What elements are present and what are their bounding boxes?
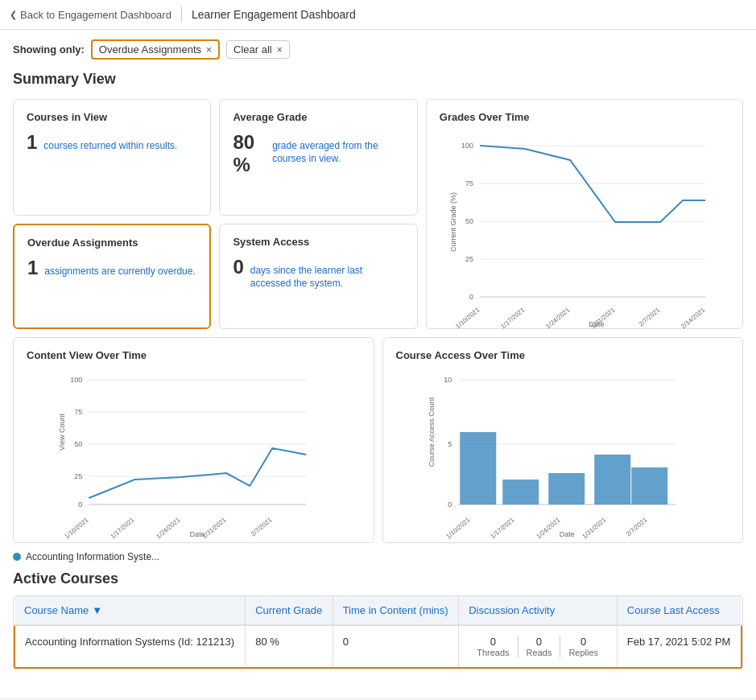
svg-text:1/10/2021: 1/10/2021 <box>63 516 89 540</box>
col-current-grade: Current Grade <box>246 596 333 625</box>
svg-text:View Count: View Count <box>58 414 66 451</box>
average-grade-value-row: 80 % grade averaged from the courses in … <box>233 131 403 176</box>
svg-text:1/17/2021: 1/17/2021 <box>109 516 135 540</box>
svg-text:100: 100 <box>70 376 82 384</box>
svg-text:Date: Date <box>190 530 205 538</box>
clear-all-button[interactable]: Clear all × <box>226 40 290 59</box>
svg-text:50: 50 <box>74 440 82 448</box>
svg-rect-45 <box>460 432 496 504</box>
disc-threads: 0 Threads <box>469 636 518 657</box>
summary-view-title: Summary View <box>13 71 743 88</box>
svg-text:Date: Date <box>559 530 574 538</box>
disc-threads-num: 0 <box>490 636 496 648</box>
svg-text:1/24/2021: 1/24/2021 <box>535 516 561 540</box>
disc-threads-label: Threads <box>477 648 509 657</box>
sort-arrow-icon: ▼ <box>92 604 102 616</box>
system-access-value-row: 0 days since the learner last accessed t… <box>233 256 403 290</box>
legend-label: Accounting Information Syste... <box>26 551 159 562</box>
cell-current-grade: 80 % <box>246 625 333 668</box>
filter-tag-close-icon[interactable]: × <box>206 44 212 56</box>
svg-text:25: 25 <box>74 472 82 480</box>
svg-text:75: 75 <box>465 179 473 187</box>
page-title: Learner Engagement Dashboard <box>192 8 356 21</box>
overdue-assignments-title: Overdue Assignments <box>27 237 196 249</box>
discussion-cell: 0 Threads 0 Reads 0 Replies <box>469 636 607 657</box>
bottom-charts: Content View Over Time View Count 100 75… <box>13 337 743 543</box>
legend-dot <box>13 553 21 561</box>
svg-rect-48 <box>594 455 630 504</box>
svg-text:100: 100 <box>461 142 473 150</box>
svg-text:Course Access Count: Course Access Count <box>428 397 436 467</box>
grades-over-time-chart: Current Grade (%) 100 75 50 25 0 1/ <box>440 130 729 315</box>
chart-legend: Accounting Information Syste... <box>13 551 743 562</box>
top-navigation: Back to Engagement Dashboard Learner Eng… <box>0 0 756 30</box>
disc-replies-label: Replies <box>568 648 598 657</box>
svg-text:5: 5 <box>448 440 452 448</box>
course-access-title: Course Access Over Time <box>396 349 730 361</box>
cell-last-access: Feb 17, 2021 5:02 PM <box>617 625 742 668</box>
svg-text:Date: Date <box>589 320 604 328</box>
cell-discussion-activity: 0 Threads 0 Reads 0 Replies <box>459 625 618 668</box>
svg-text:Current Grade (%): Current Grade (%) <box>449 192 457 252</box>
svg-text:25: 25 <box>465 255 473 263</box>
svg-rect-49 <box>631 467 667 504</box>
svg-text:1/17/2021: 1/17/2021 <box>489 516 515 540</box>
svg-text:1/17/2021: 1/17/2021 <box>499 306 526 330</box>
clear-all-label: Clear all <box>233 43 272 56</box>
average-grade-card: Average Grade 80 % grade averaged from t… <box>219 99 417 216</box>
svg-rect-46 <box>502 480 539 504</box>
col-course-last-access: Course Last Access <box>617 596 742 625</box>
svg-text:1/24/2021: 1/24/2021 <box>155 516 181 540</box>
system-access-title: System Access <box>233 236 403 248</box>
courses-in-view-card: Courses in View 1 courses returned withi… <box>13 99 211 216</box>
svg-text:2/7/2021: 2/7/2021 <box>624 516 648 537</box>
clear-all-close-icon[interactable]: × <box>277 44 283 56</box>
courses-in-view-title: Courses in View <box>27 111 197 123</box>
system-access-number: 0 <box>233 256 243 278</box>
content-view-title: Content View Over Time <box>27 349 361 361</box>
svg-text:0: 0 <box>78 500 82 509</box>
table-header-row: Course Name ▼ Current Grade Time in Cont… <box>14 596 742 625</box>
col-time-in-content: Time in Content (mins) <box>333 596 459 625</box>
svg-text:1/10/2021: 1/10/2021 <box>454 306 481 330</box>
svg-text:75: 75 <box>74 408 82 416</box>
grades-over-time-title: Grades Over Time <box>440 111 729 123</box>
course-access-chart: Course Access Count 10 5 0 1/10/2021 <box>396 368 730 529</box>
disc-replies: 0 Replies <box>560 636 606 657</box>
system-access-card: System Access 0 days since the learner l… <box>219 224 417 329</box>
svg-text:10: 10 <box>444 376 452 384</box>
grades-over-time-card: Grades Over Time Current Grade (%) 100 7… <box>426 99 743 329</box>
svg-text:2/7/2021: 2/7/2021 <box>250 516 274 537</box>
active-courses-title: Active Courses <box>13 570 743 587</box>
active-courses-table: Course Name ▼ Current Grade Time in Cont… <box>14 596 742 669</box>
col-course-name[interactable]: Course Name ▼ <box>14 596 246 625</box>
showing-only-label: Showing only: <box>13 43 85 56</box>
svg-rect-47 <box>548 473 585 504</box>
overdue-assignments-desc: assignments are currently overdue. <box>44 266 195 278</box>
disc-reads: 0 Reads <box>518 636 561 657</box>
content-view-chart: View Count 100 75 50 25 0 1/10/2021 1/17… <box>27 368 361 529</box>
overdue-assignments-value-row: 1 assignments are currently overdue. <box>27 257 196 279</box>
cell-course-name: Accounting Information Systems (Id: 1212… <box>14 625 246 668</box>
overdue-assignments-card: Overdue Assignments 1 assignments are cu… <box>13 224 211 329</box>
courses-in-view-desc: courses returned within results. <box>43 140 177 153</box>
courses-in-view-number: 1 <box>27 131 37 154</box>
filter-bar: Showing only: Overdue Assignments × Clea… <box>13 39 743 60</box>
active-courses-table-container: Course Name ▼ Current Grade Time in Cont… <box>13 595 743 669</box>
cell-time-in-content: 0 <box>333 625 459 668</box>
table-row: Accounting Information Systems (Id: 1212… <box>14 625 742 668</box>
svg-text:0: 0 <box>469 293 473 301</box>
svg-text:0: 0 <box>448 500 452 509</box>
filter-tag-overdue[interactable]: Overdue Assignments × <box>91 39 220 60</box>
nav-divider <box>181 6 182 23</box>
course-access-card: Course Access Over Time Course Access Co… <box>382 337 744 543</box>
svg-text:1/31/2021: 1/31/2021 <box>580 516 607 540</box>
back-link[interactable]: Back to Engagement Dashboard <box>10 9 171 21</box>
disc-reads-label: Reads <box>527 648 552 657</box>
svg-text:2/14/2021: 2/14/2021 <box>680 306 706 330</box>
content-view-card: Content View Over Time View Count 100 75… <box>13 337 374 543</box>
filter-tag-label: Overdue Assignments <box>99 43 201 56</box>
average-grade-desc: grade averaged from the courses in view. <box>272 140 404 165</box>
svg-text:1/24/2021: 1/24/2021 <box>544 306 571 330</box>
disc-replies-num: 0 <box>580 636 586 648</box>
